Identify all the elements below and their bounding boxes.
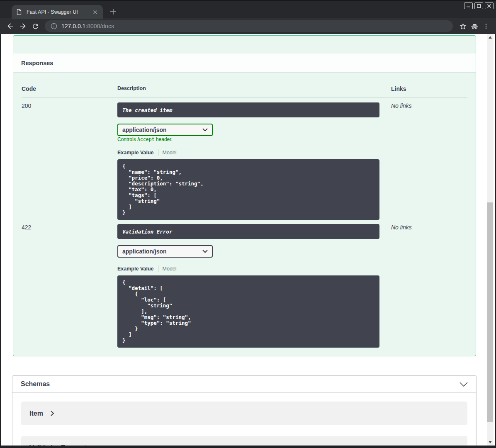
model-item[interactable]: Item	[21, 402, 467, 425]
forward-button[interactable]	[17, 20, 29, 32]
schemas-header[interactable]: Schemas	[12, 376, 476, 393]
scrollbar-up-arrow-icon[interactable]	[487, 34, 494, 41]
chevron-right-icon	[51, 411, 54, 416]
example-model-tabs: Example Value Model	[117, 149, 391, 156]
url-path: :8000/docs	[85, 23, 114, 29]
hint-prefix: Controls	[117, 136, 137, 142]
column-header-links: Links	[391, 85, 467, 92]
tab-model[interactable]: Model	[163, 150, 177, 156]
browser-toolbar: 127.0.0.1:8000/docs	[0, 18, 496, 34]
tab-separator	[158, 265, 158, 272]
new-tab-button[interactable]	[108, 6, 119, 17]
column-header-code: Code	[22, 85, 117, 92]
vertical-scrollbar[interactable]	[487, 34, 494, 446]
close-window-button[interactable]	[485, 2, 494, 9]
example-model-tabs: Example Value Model	[117, 265, 391, 272]
responses-opblock: Responses Code Description Links 200 The…	[13, 35, 476, 356]
hint-suffix: header.	[155, 136, 173, 142]
chevron-down-icon	[202, 128, 208, 131]
browser-menu-icon[interactable]	[480, 20, 492, 32]
response-row-200: 200 The created item application/json Co…	[22, 97, 467, 220]
media-type-select[interactable]: application/json	[117, 124, 213, 136]
bookmark-star-icon[interactable]	[457, 20, 469, 32]
site-info-icon[interactable]	[51, 23, 57, 29]
scrollbar-thumb[interactable]	[487, 202, 493, 422]
response-description-text: The created item	[122, 107, 172, 113]
response-links: No links	[391, 97, 467, 220]
tab-separator	[158, 149, 158, 156]
back-button[interactable]	[4, 20, 17, 32]
tab-example-value[interactable]: Example Value	[117, 150, 154, 156]
reload-button[interactable]	[29, 20, 41, 32]
model-name: ValidationError	[29, 444, 77, 446]
url-bar[interactable]: 127.0.0.1:8000/docs	[45, 20, 453, 32]
hint-code: Accept	[137, 136, 155, 142]
response-description-cell: Validation Error application/json Exampl…	[117, 220, 391, 348]
example-json-block: { "detail": [ { "loc": [ "string" ], "ms…	[117, 275, 379, 348]
chevron-right-icon	[85, 445, 88, 446]
responses-section-header: Responses	[13, 54, 476, 72]
url-text: 127.0.0.1:8000/docs	[61, 23, 114, 29]
schemas-models: Item ValidationError	[12, 393, 476, 446]
schemas-section: Schemas Item ValidationError	[12, 375, 477, 446]
page-favicon-icon	[16, 9, 22, 15]
tab-close-icon[interactable]	[91, 8, 99, 16]
schemas-title: Schemas	[21, 380, 50, 388]
page-content: Responses Code Description Links 200 The…	[1, 34, 495, 446]
response-links: No links	[391, 220, 467, 348]
opblock-top-padding	[13, 36, 476, 54]
example-json-block: { "name": "string", "price": 0, "descrip…	[117, 159, 379, 220]
maximize-button[interactable]	[474, 2, 483, 9]
response-row-422: 422 Validation Error application/json	[22, 220, 467, 348]
response-description-block: The created item	[117, 102, 379, 117]
response-code: 422	[22, 220, 117, 348]
tab-model[interactable]: Model	[163, 266, 177, 272]
scrollbar-down-arrow-icon[interactable]	[487, 439, 494, 446]
response-description-text: Validation Error	[122, 229, 172, 235]
media-type-select[interactable]: application/json	[117, 245, 213, 258]
incognito-icon	[469, 20, 480, 32]
chevron-down-icon	[202, 250, 208, 253]
tab-strip: Fast API - Swagger UI	[0, 0, 496, 18]
responses-title: Responses	[21, 60, 53, 66]
tab-title: Fast API - Swagger UI	[27, 9, 91, 15]
response-description-cell: The created item application/json Contro…	[117, 97, 391, 220]
media-type-value: application/json	[122, 127, 167, 133]
model-validationerror[interactable]: ValidationError	[21, 436, 467, 446]
column-header-description: Description	[117, 85, 391, 92]
model-name: Item	[29, 410, 43, 417]
minimize-button[interactable]	[464, 2, 473, 9]
response-description-block: Validation Error	[117, 224, 379, 239]
chevron-down-icon[interactable]	[460, 382, 468, 387]
responses-table: Code Description Links 200 The created i…	[13, 72, 476, 356]
response-code: 200	[22, 97, 117, 220]
browser-window: Fast API - Swagger UI	[0, 0, 496, 448]
tab-example-value[interactable]: Example Value	[117, 266, 154, 272]
url-host: 127.0.0.1	[61, 23, 85, 29]
accept-header-hint: Controls Accept header.	[117, 137, 391, 142]
browser-tab[interactable]: Fast API - Swagger UI	[12, 5, 103, 19]
window-controls	[464, 2, 494, 9]
responses-table-header: Code Description Links	[22, 72, 467, 97]
media-type-value: application/json	[122, 248, 167, 255]
